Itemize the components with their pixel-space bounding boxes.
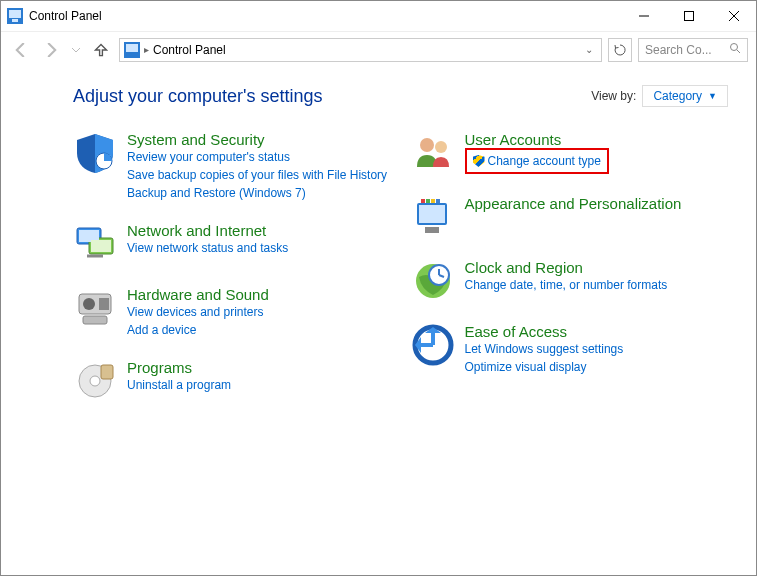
control-panel-icon: [7, 8, 23, 24]
svg-rect-1: [9, 10, 21, 18]
change-account-type-highlighted: Change account type: [465, 148, 609, 174]
category-clock-region: Clock and Region Change date, time, or n…: [411, 259, 729, 303]
category-title[interactable]: Appearance and Personalization: [465, 195, 682, 212]
category-title[interactable]: System and Security: [127, 131, 387, 148]
category-link[interactable]: Let Windows suggest settings: [465, 340, 624, 358]
svg-rect-20: [83, 316, 107, 324]
shield-icon: [73, 131, 117, 175]
svg-point-9: [731, 44, 738, 51]
category-hardware-sound: Hardware and Sound View devices and prin…: [73, 286, 391, 339]
category-appearance-personalization: Appearance and Personalization: [411, 195, 729, 239]
category-link[interactable]: Uninstall a program: [127, 376, 231, 394]
category-link[interactable]: Save backup copies of your files with Fi…: [127, 166, 387, 184]
navbar: ▸ Control Panel ⌄ Search Co...: [1, 31, 756, 67]
category-ease-of-access: Ease of Access Let Windows suggest setti…: [411, 323, 729, 376]
search-input[interactable]: Search Co...: [638, 38, 748, 62]
network-icon: [73, 222, 117, 266]
svg-rect-15: [91, 240, 111, 252]
svg-point-22: [90, 376, 100, 386]
page-title: Adjust your computer's settings: [73, 86, 591, 107]
left-column: System and Security Review your computer…: [73, 131, 391, 403]
category-system-security: System and Security Review your computer…: [73, 131, 391, 202]
category-link[interactable]: Optimize visual display: [465, 358, 624, 376]
user-accounts-icon: [411, 131, 455, 175]
address-dropdown-icon[interactable]: ⌄: [581, 44, 597, 55]
category-title[interactable]: Network and Internet: [127, 222, 288, 239]
window-title: Control Panel: [29, 9, 621, 23]
category-link[interactable]: Add a device: [127, 321, 269, 339]
titlebar: Control Panel: [1, 1, 756, 31]
category-programs: Programs Uninstall a program: [73, 359, 391, 403]
category-title[interactable]: Clock and Region: [465, 259, 668, 276]
category-link[interactable]: Change date, time, or number formats: [465, 276, 668, 294]
maximize-button[interactable]: [666, 1, 711, 31]
programs-icon: [73, 359, 117, 403]
svg-rect-29: [426, 199, 430, 203]
up-button[interactable]: [89, 38, 113, 62]
svg-point-25: [435, 141, 447, 153]
forward-button[interactable]: [39, 38, 63, 62]
category-title[interactable]: Ease of Access: [465, 323, 624, 340]
svg-rect-27: [419, 205, 445, 223]
svg-rect-32: [425, 227, 439, 233]
svg-rect-19: [99, 298, 109, 310]
appearance-icon: [411, 195, 455, 239]
hardware-icon: [73, 286, 117, 330]
svg-rect-8: [126, 44, 138, 52]
category-title[interactable]: Hardware and Sound: [127, 286, 269, 303]
control-panel-mini-icon: [124, 42, 140, 58]
search-icon: [729, 42, 741, 57]
back-button[interactable]: [9, 38, 33, 62]
recent-dropdown-icon[interactable]: [69, 38, 83, 62]
category-network-internet: Network and Internet View network status…: [73, 222, 391, 266]
svg-rect-2: [12, 19, 18, 22]
viewby-value: Category: [653, 89, 702, 103]
content-area: Adjust your computer's settings View by:…: [1, 67, 756, 403]
category-user-accounts: User Accounts Change account type: [411, 131, 729, 175]
category-link[interactable]: View devices and printers: [127, 303, 269, 321]
address-bar[interactable]: ▸ Control Panel ⌄: [119, 38, 602, 62]
svg-rect-4: [684, 12, 693, 21]
change-account-type-link[interactable]: Change account type: [473, 152, 601, 170]
viewby-select[interactable]: Category ▼: [642, 85, 728, 107]
category-link[interactable]: View network status and tasks: [127, 239, 288, 257]
category-link[interactable]: Backup and Restore (Windows 7): [127, 184, 387, 202]
breadcrumb[interactable]: Control Panel: [149, 43, 230, 57]
svg-line-10: [737, 50, 740, 53]
svg-point-18: [83, 298, 95, 310]
close-button[interactable]: [711, 1, 756, 31]
viewby-label: View by:: [591, 89, 636, 103]
svg-rect-23: [101, 365, 113, 379]
chevron-down-icon: ▼: [708, 91, 717, 101]
ease-of-access-icon: [411, 323, 455, 367]
svg-rect-30: [431, 199, 435, 203]
search-placeholder: Search Co...: [645, 43, 712, 57]
refresh-button[interactable]: [608, 38, 632, 62]
svg-rect-31: [436, 199, 440, 203]
right-column: User Accounts Change account type Appear…: [411, 131, 729, 403]
minimize-button[interactable]: [621, 1, 666, 31]
category-title[interactable]: User Accounts: [465, 131, 609, 148]
clock-icon: [411, 259, 455, 303]
svg-rect-28: [421, 199, 425, 203]
category-link[interactable]: Review your computer's status: [127, 148, 387, 166]
svg-point-24: [420, 138, 434, 152]
category-title[interactable]: Programs: [127, 359, 231, 376]
